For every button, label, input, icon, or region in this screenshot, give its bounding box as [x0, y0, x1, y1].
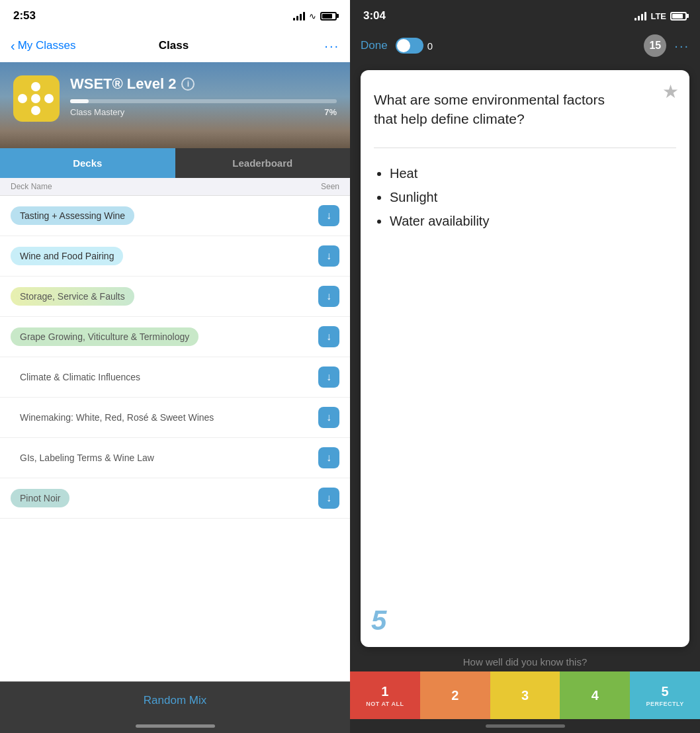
home-indicator-left: [0, 719, 350, 733]
deck-pill: Grape Growing, Viticulture & Terminology: [11, 327, 198, 346]
download-icon: ↓: [326, 452, 331, 464]
deck-item[interactable]: Grape Growing, Viticulture & Terminology…: [0, 317, 350, 357]
download-button[interactable]: ↓: [318, 326, 339, 347]
rating-button-1[interactable]: 1 NOT AT ALL: [350, 671, 420, 719]
card-count-badge: 15: [644, 34, 666, 57]
rating-sub-5: PERFECTLY: [646, 701, 683, 707]
how-well-label: How well did you know this?: [350, 652, 700, 671]
back-chevron-icon: ‹: [11, 38, 15, 54]
download-button[interactable]: ↓: [318, 407, 339, 428]
download-button[interactable]: ↓: [318, 205, 339, 226]
wifi-icon: ∿: [309, 11, 316, 21]
random-mix-bar: Random Mix: [0, 681, 350, 719]
right-panel: 3:04 LTE Done 0 15 ··· ★: [350, 0, 700, 733]
tab-leaderboard[interactable]: Leaderboard: [175, 148, 351, 178]
mastery-label: Class Mastery: [70, 107, 124, 117]
rating-num-3: 3: [521, 688, 529, 703]
more-button-right[interactable]: ···: [674, 38, 689, 54]
download-button[interactable]: ↓: [318, 366, 339, 388]
toggle-count: 0: [427, 40, 433, 52]
rating-num-1: 1: [381, 684, 388, 699]
info-icon[interactable]: i: [181, 77, 195, 91]
lte-label: LTE: [650, 11, 666, 21]
answer-item: Sunlight: [390, 185, 676, 209]
deck-item[interactable]: Climate & Climatic Influences ↓: [0, 357, 350, 398]
toggle-container: 0: [396, 38, 433, 54]
home-indicator-right: [350, 719, 700, 733]
download-icon: ↓: [326, 371, 331, 383]
battery-icon-right: [670, 12, 687, 21]
tab-bar: Decks Leaderboard: [0, 148, 350, 178]
deck-name-col-header: Deck Name: [11, 182, 52, 191]
battery-icon-left: [320, 12, 337, 21]
card-question: What are some environmental factors that…: [374, 90, 631, 129]
card-number: 5: [371, 605, 386, 636]
class-header-top: WSET® Level 2 i Class Mastery 7%: [13, 75, 337, 122]
deck-item[interactable]: Tasting + Assessing Wine ↓: [0, 196, 350, 236]
download-button[interactable]: ↓: [318, 488, 339, 509]
deck-pill: Wine and Food Pairing: [11, 247, 123, 265]
grape-icon: [18, 82, 55, 115]
deck-item[interactable]: Storage, Service & Faults ↓: [0, 277, 350, 317]
toggle-switch[interactable]: [396, 38, 423, 54]
rating-num-4: 4: [591, 688, 599, 703]
deck-pill: GIs, Labeling Terms & Wine Law: [11, 449, 163, 467]
rating-sub-1: NOT AT ALL: [366, 701, 404, 707]
download-button[interactable]: ↓: [318, 245, 339, 267]
nav-bar-right: Done 0 15 ···: [350, 29, 700, 62]
home-bar-left: [136, 724, 215, 728]
time-right: 3:04: [363, 9, 386, 22]
deck-item[interactable]: GIs, Labeling Terms & Wine Law ↓: [0, 438, 350, 478]
mastery-pct: 7%: [324, 107, 337, 117]
download-icon: ↓: [326, 411, 331, 423]
signal-icon-left: [293, 11, 305, 21]
answer-item: Water availability: [390, 209, 676, 233]
class-logo: [13, 75, 60, 122]
deck-pill: Climate & Climatic Influences: [11, 368, 150, 386]
class-name: WSET® Level 2 i: [70, 75, 337, 93]
status-icons-right: LTE: [634, 11, 687, 21]
star-button[interactable]: ★: [662, 81, 679, 103]
random-mix-button[interactable]: Random Mix: [144, 694, 206, 707]
download-icon: ↓: [326, 250, 331, 262]
deck-list: Tasting + Assessing Wine ↓ Wine and Food…: [0, 196, 350, 681]
deck-seen-col-header: Seen: [321, 182, 339, 191]
time-left: 2:53: [13, 9, 36, 22]
rating-button-4[interactable]: 4: [560, 671, 630, 719]
flashcard[interactable]: ★ What are some environmental factors th…: [361, 70, 689, 647]
nav-bar-left: ‹ My Classes Class ···: [0, 29, 350, 62]
mastery-row: Class Mastery 7%: [70, 107, 337, 117]
signal-icon-right: [634, 11, 646, 21]
deck-item[interactable]: Pinot Noir ↓: [0, 478, 350, 519]
progress-bar-fill: [70, 99, 89, 103]
done-button[interactable]: Done: [361, 39, 388, 52]
rating-num-5: 5: [662, 684, 669, 699]
rating-bar: 1 NOT AT ALL 2 3 4 5 PERFECTLY: [350, 671, 700, 719]
rating-button-2[interactable]: 2: [420, 671, 490, 719]
deck-pill: Pinot Noir: [11, 489, 69, 507]
more-button-left[interactable]: ···: [324, 38, 339, 54]
answer-item: Heat: [390, 161, 676, 185]
home-bar-right: [486, 724, 565, 728]
deck-item[interactable]: Wine and Food Pairing ↓: [0, 236, 350, 277]
toggle-knob: [397, 39, 410, 52]
deck-list-header: Deck Name Seen: [0, 178, 350, 196]
status-icons-left: ∿: [293, 11, 337, 21]
deck-pill: Tasting + Assessing Wine: [11, 206, 134, 225]
rating-button-5[interactable]: 5 PERFECTLY: [630, 671, 700, 719]
card-answers: Heat Sunlight Water availability: [374, 161, 676, 233]
status-bar-right: 3:04 LTE: [350, 0, 700, 29]
download-icon: ↓: [326, 331, 331, 343]
download-button[interactable]: ↓: [318, 286, 339, 307]
deck-item[interactable]: Winemaking: White, Red, Rosé & Sweet Win…: [0, 398, 350, 438]
download-button[interactable]: ↓: [318, 447, 339, 468]
deck-pill: Storage, Service & Faults: [11, 287, 134, 306]
download-icon: ↓: [326, 492, 331, 504]
card-divider: [374, 148, 676, 148]
rating-num-2: 2: [451, 688, 459, 703]
tab-decks[interactable]: Decks: [0, 148, 175, 178]
rating-button-3[interactable]: 3: [490, 671, 560, 719]
status-bar-left: 2:53 ∿: [0, 0, 350, 29]
card-area: ★ What are some environmental factors th…: [350, 62, 700, 652]
class-header: WSET® Level 2 i Class Mastery 7%: [0, 62, 350, 148]
